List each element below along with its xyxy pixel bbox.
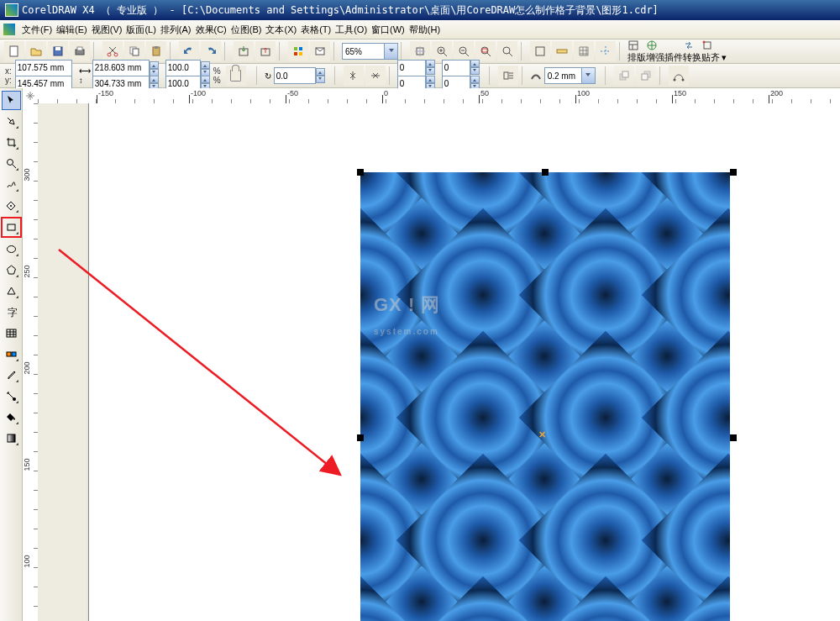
mirror-v-button[interactable] [365,66,386,86]
menu-file[interactable]: 文件(F) [20,22,54,38]
svg-rect-39 [8,224,15,230]
pick-tool[interactable] [2,91,21,110]
obj-height[interactable]: 304.733 mm [95,79,142,88]
x-pos[interactable]: 107.575 mm [18,63,65,72]
wrap-text-button[interactable] [498,66,518,86]
outline-width-combo[interactable]: 0.2 mm [544,67,596,84]
fill-tool[interactable] [2,408,21,427]
redo-button[interactable] [201,41,221,61]
welcome-button[interactable] [310,41,330,61]
eyedropper-tool[interactable] [2,366,21,385]
grid-button[interactable] [574,41,594,61]
lock-icon [230,70,241,82]
svg-rect-4 [77,47,82,50]
menu-view[interactable]: 视图(V) [90,22,124,38]
smart-fill-tool[interactable] [2,196,21,215]
freehand-tool[interactable] [2,175,21,194]
canvas-area: -150-100-50050100150200250 3002502001501… [23,88,840,621]
chevron-down-icon[interactable] [581,68,595,83]
lock-ratio-button[interactable] [226,66,246,86]
crop-tool[interactable] [2,133,21,152]
open-button[interactable] [26,41,46,61]
handle-tr[interactable] [730,169,737,176]
to-front-button[interactable] [614,66,634,86]
to-back-button[interactable] [636,66,656,86]
handle-tm[interactable] [542,169,549,176]
save-button[interactable] [48,41,68,61]
chevron-down-icon[interactable] [384,44,397,59]
svg-rect-46 [8,434,15,442]
ruler-origin[interactable] [23,88,39,104]
y-pos[interactable]: 145.457 mm [18,79,65,88]
ruler-horizontal[interactable]: -150-100-50050100150200250 [38,88,840,104]
handle-tl[interactable] [357,169,364,176]
handle-mr[interactable] [730,434,737,441]
fullscreen-button[interactable] [530,41,550,61]
obj-width[interactable]: 218.603 mm [95,63,142,72]
convert-button[interactable]: 转换 [683,39,701,64]
export-button[interactable] [255,41,276,61]
shape-tool[interactable] [2,112,21,131]
canvas[interactable]: ✕ GX ! 网system.com [38,103,840,621]
plugin-button[interactable]: 增强插件 [646,39,683,64]
zoom-tool[interactable] [2,154,21,173]
svg-rect-30 [504,72,508,79]
menu-effects[interactable]: 效果(C) [194,22,228,38]
menu-window[interactable]: 窗口(W) [370,22,407,38]
snap-to-button[interactable]: 贴齐▾ [701,39,727,64]
snap-button[interactable] [410,41,430,61]
zoom-fit-button[interactable] [475,41,496,61]
rulers-button[interactable] [552,41,572,61]
menu-help[interactable]: 帮助(H) [407,22,442,38]
selected-object[interactable] [360,172,730,621]
svg-rect-16 [299,52,302,55]
svg-rect-24 [536,47,544,55]
app-launcher-button[interactable] [288,41,308,61]
zoom-page-button[interactable] [497,41,517,61]
menu-table[interactable]: 表格(T) [299,22,333,38]
menu-edit[interactable]: 编辑(E) [55,22,89,38]
menu-layout[interactable]: 版面(L) [124,22,157,38]
convert-icon [683,39,701,51]
zoom-value: 65% [345,47,362,56]
zoom-combo[interactable]: 65% [342,43,398,60]
ruler-vertical[interactable]: 300250200150100 [23,103,39,621]
cut-button[interactable] [102,41,123,61]
text-tool[interactable]: 字 [2,303,21,322]
import-button[interactable] [234,41,254,61]
center-marker: ✕ [538,429,546,440]
convert-curves-button[interactable] [669,66,689,86]
svg-rect-2 [55,47,60,50]
svg-point-23 [503,47,510,54]
rectangle-tool[interactable] [1,217,22,238]
svg-rect-13 [294,47,297,50]
basic-shapes-tool[interactable] [2,282,21,301]
outline-tool[interactable] [2,387,21,406]
interactive-tool[interactable] [2,345,21,364]
new-button[interactable] [4,41,24,61]
zoom-in-button[interactable] [432,41,452,61]
menu-text[interactable]: 文本(X) [264,22,298,38]
mirror-h-button[interactable] [344,66,364,86]
menu-bitmaps[interactable]: 位图(B) [229,22,264,38]
undo-button[interactable] [179,41,199,61]
print-button[interactable] [70,41,90,61]
ellipse-tool[interactable] [2,239,21,259]
titlebar: CorelDRAW X4 （ 专业版 ） - [C:\Documents and… [0,0,840,20]
scale-y[interactable]: 100.0 [168,79,189,88]
paste-button[interactable] [146,41,166,61]
layout-button[interactable]: 排版 [627,39,646,64]
polygon-tool[interactable] [2,261,21,280]
rotate-icon: ↻ [265,71,271,81]
interactive-fill-tool[interactable] [2,429,21,448]
guidelines-button[interactable] [596,41,616,61]
menu-arrange[interactable]: 排列(A) [159,22,193,38]
copy-button[interactable] [124,41,144,61]
size-spinner[interactable] [150,61,159,76]
zoom-out-button[interactable] [454,41,474,61]
rotation-angle[interactable]: 0.0 [276,71,288,81]
handle-ml[interactable] [357,434,364,441]
scale-x[interactable]: 100.0 [168,63,189,72]
menu-tools[interactable]: 工具(O) [333,22,369,38]
table-tool[interactable] [2,324,21,343]
